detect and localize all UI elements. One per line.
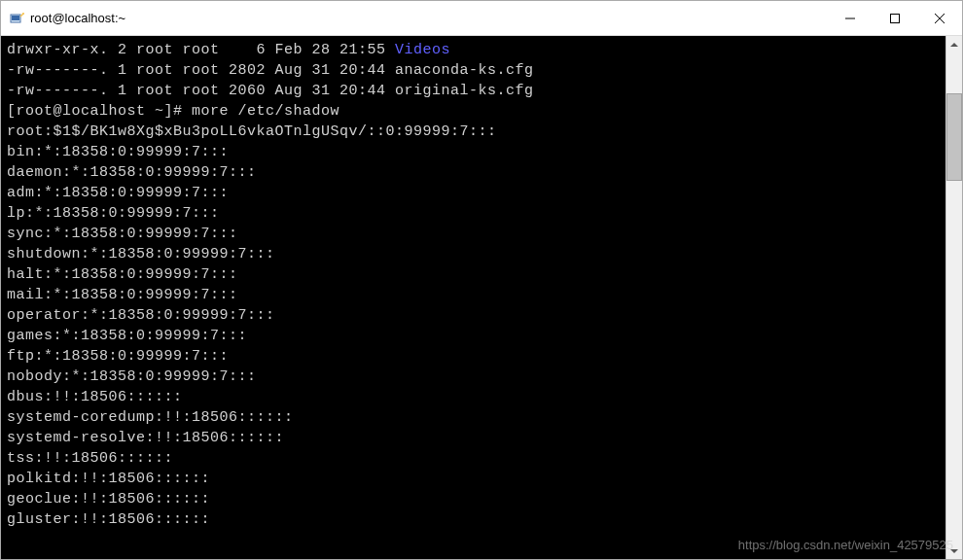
terminal-area: drwxr-xr-x. 2 root root 6 Feb 28 21:55 V… bbox=[1, 36, 962, 559]
terminal-line: adm:*:18358:0:99999:7::: bbox=[7, 183, 940, 203]
scroll-thumb[interactable] bbox=[946, 93, 962, 181]
scroll-down-arrow[interactable] bbox=[946, 542, 962, 559]
putty-icon bbox=[9, 11, 24, 26]
titlebar-left: root@localhost:~ bbox=[1, 11, 828, 26]
terminal-line: ftp:*:18358:0:99999:7::: bbox=[7, 346, 940, 367]
terminal-line: nobody:*:18358:0:99999:7::: bbox=[7, 367, 940, 387]
putty-window: root@localhost:~ drwxr-xr-x. 2 roo bbox=[0, 0, 963, 560]
terminal-line: [root@localhost ~]# more /etc/shadow bbox=[7, 101, 940, 122]
close-button[interactable] bbox=[917, 1, 962, 35]
scrollbar[interactable] bbox=[945, 36, 962, 559]
close-icon bbox=[935, 14, 945, 23]
minimize-button[interactable] bbox=[828, 1, 873, 35]
terminal-line: operator:*:18358:0:99999:7::: bbox=[7, 305, 940, 326]
terminal-line: tss:!!:18506:::::: bbox=[7, 448, 940, 469]
window-title: root@localhost:~ bbox=[30, 11, 125, 25]
terminal-line: sync:*:18358:0:99999:7::: bbox=[7, 224, 940, 244]
terminal-line: polkitd:!!:18506:::::: bbox=[7, 469, 940, 489]
scroll-track[interactable] bbox=[946, 52, 962, 542]
terminal-line: -rw-------. 1 root root 2060 Aug 31 20:4… bbox=[7, 81, 940, 101]
terminal-line: daemon:*:18358:0:99999:7::: bbox=[7, 162, 940, 183]
terminal-line: -rw-------. 1 root root 2802 Aug 31 20:4… bbox=[7, 60, 940, 81]
chevron-up-icon bbox=[950, 43, 958, 47]
terminal-line: mail:*:18358:0:99999:7::: bbox=[7, 285, 940, 305]
terminal-line: gluster:!!:18506:::::: bbox=[7, 509, 940, 530]
svg-rect-1 bbox=[12, 16, 19, 20]
scroll-up-arrow[interactable] bbox=[946, 36, 962, 52]
maximize-icon bbox=[890, 14, 900, 23]
svg-rect-5 bbox=[891, 14, 900, 22]
terminal-line: shutdown:*:18358:0:99999:7::: bbox=[7, 244, 940, 264]
window-controls bbox=[828, 1, 962, 35]
minimize-icon bbox=[845, 14, 855, 23]
maximize-button[interactable] bbox=[873, 1, 917, 35]
terminal-line: dbus:!!:18506:::::: bbox=[7, 387, 940, 407]
titlebar[interactable]: root@localhost:~ bbox=[1, 1, 962, 36]
terminal-line: bin:*:18358:0:99999:7::: bbox=[7, 142, 940, 162]
terminal-output[interactable]: drwxr-xr-x. 2 root root 6 Feb 28 21:55 V… bbox=[1, 36, 945, 559]
terminal-line: drwxr-xr-x. 2 root root 6 Feb 28 21:55 V… bbox=[7, 40, 940, 60]
terminal-line: games:*:18358:0:99999:7::: bbox=[7, 326, 940, 346]
terminal-line: systemd-coredump:!!:18506:::::: bbox=[7, 407, 940, 428]
terminal-line: root:$1$/BK1w8Xg$xBu3poLL6vkaOTnlgUSqv/:… bbox=[7, 122, 940, 142]
svg-point-3 bbox=[22, 13, 24, 15]
terminal-line: lp:*:18358:0:99999:7::: bbox=[7, 203, 940, 224]
chevron-down-icon bbox=[950, 549, 958, 553]
terminal-line: geoclue:!!:18506:::::: bbox=[7, 489, 940, 509]
terminal-line: systemd-resolve:!!:18506:::::: bbox=[7, 428, 940, 448]
terminal-line: halt:*:18358:0:99999:7::: bbox=[7, 264, 940, 285]
